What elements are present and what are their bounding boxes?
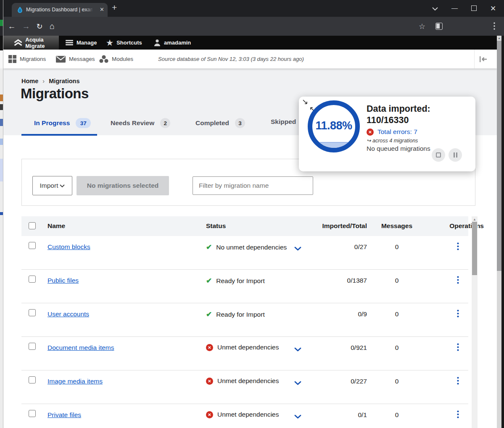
- scroll-up-icon[interactable]: ▲: [497, 37, 501, 39]
- side-panel-icon[interactable]: [435, 23, 443, 30]
- tab-skipped[interactable]: Skipped: [271, 118, 296, 126]
- messages-count: 0: [374, 277, 420, 284]
- select-all-checkbox[interactable]: [29, 222, 36, 229]
- collapse-left-icon: [479, 56, 488, 62]
- migrations-nav-item[interactable]: Migrations: [8, 50, 46, 68]
- tab-search-chevron-icon[interactable]: [432, 7, 438, 11]
- table-row: User accounts✔Ready for Import0/90: [21, 303, 468, 337]
- tab-label: Skipped: [271, 118, 296, 126]
- status-text: No unmet dependencies: [216, 244, 287, 251]
- migration-name-link[interactable]: Private files: [47, 411, 81, 419]
- row-operations-kebab[interactable]: [457, 377, 459, 386]
- status-cell: ✔Ready for Import: [206, 276, 265, 285]
- table-row: Custom blocks✔No unmet dependencies0/270: [21, 236, 468, 270]
- tab-needs-review[interactable]: Needs Review 2: [111, 118, 170, 128]
- across-migrations-note: ↪ across 4 migrations: [367, 137, 418, 144]
- total-errors-link[interactable]: Total errors: 7: [377, 128, 417, 136]
- row-operations-kebab[interactable]: [457, 343, 459, 353]
- breadcrumb-home-link[interactable]: Home: [21, 78, 38, 84]
- row-operations-kebab[interactable]: [457, 310, 459, 319]
- data-imported-value: 110/16330: [367, 115, 409, 126]
- gauge-fill: [312, 142, 355, 148]
- reload-icon[interactable]: ↻: [33, 17, 46, 36]
- username-label: amadamin: [164, 39, 191, 46]
- imported-total-value: 0/27: [307, 243, 367, 251]
- import-dropdown-button[interactable]: Import: [32, 176, 72, 195]
- user-icon: [154, 39, 161, 46]
- admin-user-item[interactable]: amadamin: [154, 36, 191, 50]
- status-expand-chevron[interactable]: [294, 379, 301, 387]
- status-cell: ✕Unmet dependencies: [206, 411, 279, 418]
- tab-label: Needs Review: [111, 119, 154, 127]
- queue-status-note: No queued migrations: [367, 145, 430, 152]
- tab-title: Migrations Dashboard | example: [26, 7, 92, 13]
- migration-name-link[interactable]: Image media items: [47, 378, 103, 385]
- browser-toolbar: ← → ↻ ⌂ d9ama-ddevblog.ddev.site/acquia-…: [0, 17, 504, 36]
- table-row: Image media items✕Unmet dependencies0/22…: [21, 370, 468, 404]
- home-icon[interactable]: ⌂: [45, 17, 59, 36]
- status-expand-chevron[interactable]: [294, 346, 301, 353]
- row-operations-kebab[interactable]: [457, 242, 459, 252]
- table-row: Private files✕Unmet dependencies0/10: [21, 404, 468, 428]
- acquia-migrate-brand[interactable]: Acquia Migrate: [3, 36, 59, 50]
- tab-count-badge: 3: [235, 118, 245, 128]
- screen: Migrations Dashboard | example ✕ + — ✕ ←…: [0, 0, 504, 428]
- column-header-status: Status: [206, 222, 226, 230]
- status-ok-icon: ✔: [206, 310, 212, 319]
- window-close-button[interactable]: ✕: [490, 4, 496, 13]
- row-checkbox[interactable]: [29, 276, 36, 283]
- row-checkbox[interactable]: [29, 343, 36, 350]
- browser-page-scrollbar[interactable]: ▲: [497, 36, 501, 428]
- window-minimize-button[interactable]: —: [451, 4, 458, 11]
- row-checkbox[interactable]: [29, 309, 36, 316]
- data-imported-label: Data imported:: [367, 104, 430, 114]
- import-progress-card: 11.88% Data imported: 110/16330 ✕ Total …: [299, 97, 475, 171]
- new-tab-button[interactable]: +: [112, 3, 117, 13]
- migration-name-link[interactable]: Public files: [47, 277, 79, 284]
- bookmark-star-icon[interactable]: ☆: [419, 22, 425, 31]
- table-scrollbar-thumb[interactable]: [472, 222, 477, 275]
- modules-nav-item[interactable]: Modules: [99, 50, 133, 68]
- admin-shortcuts-item[interactable]: ★ Shortcuts: [106, 36, 142, 50]
- tab-completed[interactable]: Completed 3: [195, 118, 245, 128]
- admin-manage-item[interactable]: Manage: [66, 36, 97, 50]
- migration-name-link[interactable]: User accounts: [47, 310, 89, 318]
- migration-name-link[interactable]: Document media items: [47, 344, 114, 352]
- status-expand-chevron[interactable]: [294, 245, 301, 252]
- status-ok-icon: ✔: [206, 276, 212, 285]
- row-operations-kebab[interactable]: [457, 410, 459, 420]
- status-expand-chevron[interactable]: [294, 413, 301, 420]
- browser-tab[interactable]: Migrations Dashboard | example ✕: [12, 3, 108, 17]
- imported-total-value: 0/1387: [307, 277, 367, 284]
- stop-import-button[interactable]: [432, 148, 445, 162]
- row-operations-kebab[interactable]: [457, 276, 459, 286]
- pause-import-button[interactable]: [449, 148, 462, 162]
- status-cell: ✕Unmet dependencies: [206, 377, 279, 385]
- window-maximize-button[interactable]: [471, 5, 477, 11]
- messages-nav-item[interactable]: Messages: [56, 50, 95, 68]
- scroll-up-icon[interactable]: ▲: [472, 218, 478, 221]
- migration-name-link[interactable]: Custom blocks: [47, 243, 90, 251]
- row-checkbox[interactable]: [29, 242, 36, 249]
- tab-title-fade: [85, 3, 96, 17]
- status-ok-icon: ✔: [206, 243, 212, 252]
- tab-close-icon[interactable]: ✕: [100, 6, 104, 13]
- pause-icon: [454, 152, 457, 158]
- back-icon[interactable]: ←: [5, 17, 18, 36]
- row-checkbox[interactable]: [29, 376, 36, 383]
- row-checkbox[interactable]: [29, 410, 36, 417]
- tab-in-progress[interactable]: In Progress 37: [34, 118, 91, 128]
- browser-menu-kebab-icon[interactable]: [493, 22, 495, 30]
- page-scrollbar-thumb[interactable]: [497, 41, 501, 271]
- breadcrumb: Home›Migrations: [21, 78, 79, 84]
- status-text: Unmet dependencies: [217, 411, 279, 418]
- secondary-toolbar: Migrations Messages Modules Source datab…: [3, 50, 497, 68]
- collapse-toolbar-button[interactable]: [474, 50, 492, 68]
- migration-filter-input[interactable]: [193, 176, 313, 195]
- imported-total-value: 0/227: [307, 378, 367, 385]
- table-scrollbar[interactable]: ▲: [472, 216, 478, 428]
- shortcuts-star-icon: ★: [106, 38, 113, 47]
- forward-icon[interactable]: →: [19, 17, 33, 36]
- acquia-logo-icon: [13, 39, 23, 47]
- modules-icon: [99, 55, 108, 63]
